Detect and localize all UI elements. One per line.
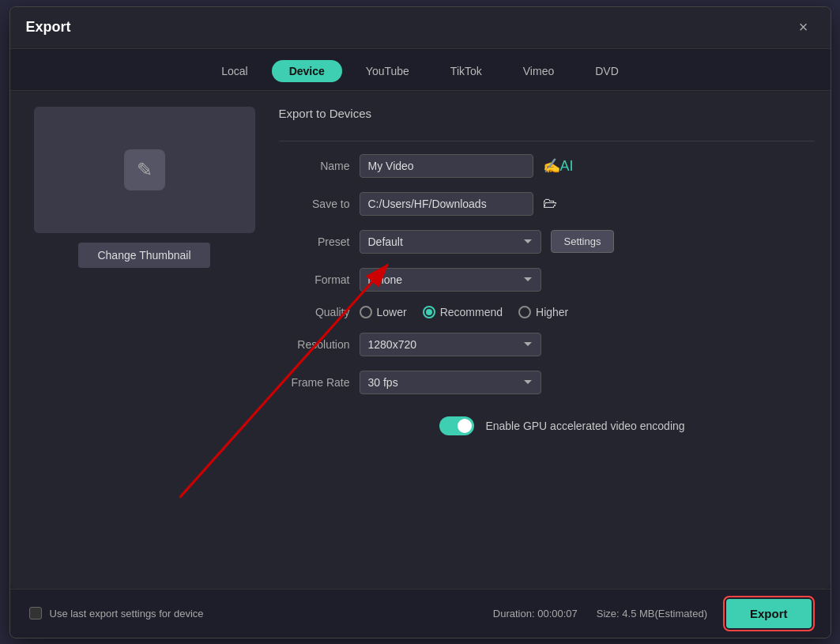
dialog-title: Export xyxy=(26,19,71,36)
close-button[interactable]: × xyxy=(793,17,815,39)
last-settings-checkbox[interactable] xyxy=(29,607,42,620)
name-row: Name ✍AI xyxy=(279,154,815,178)
size-value: 4.5 MB(Estimated) xyxy=(622,608,707,620)
quality-row: Quality Lower Recommend Higher xyxy=(279,306,815,318)
quality-lower-label: Lower xyxy=(377,306,407,318)
frame-rate-select[interactable]: 30 fps xyxy=(360,371,541,394)
preset-label: Preset xyxy=(279,235,350,248)
divider xyxy=(279,141,815,141)
gpu-toggle[interactable] xyxy=(439,416,474,435)
size-label: Size: xyxy=(597,608,620,620)
settings-button[interactable]: Settings xyxy=(551,230,615,253)
tab-youtube[interactable]: YouTube xyxy=(348,60,427,82)
save-to-input[interactable] xyxy=(360,192,533,216)
gpu-label: Enable GPU accelerated video encoding xyxy=(485,420,684,432)
format-select[interactable]: iPhone xyxy=(360,268,541,292)
resolution-label: Resolution xyxy=(279,338,350,351)
quality-recommend-radio[interactable] xyxy=(423,306,435,318)
dialog-overlay: Export × Local Device YouTube TikTok Vim… xyxy=(0,0,840,644)
tab-local[interactable]: Local xyxy=(204,60,265,82)
save-to-label: Save to xyxy=(279,198,350,210)
footer-left: Use last export settings for device xyxy=(29,607,204,620)
dialog-header: Export × xyxy=(10,7,831,49)
quality-higher[interactable]: Higher xyxy=(518,306,568,318)
quality-lower[interactable]: Lower xyxy=(360,306,407,318)
ai-icon[interactable]: ✍AI xyxy=(543,157,574,175)
tab-vimeo[interactable]: Vimeo xyxy=(506,60,571,82)
format-row: Format iPhone xyxy=(279,268,815,292)
thumbnail-preview: ✎ xyxy=(34,107,255,233)
tab-tiktok[interactable]: TikTok xyxy=(433,60,499,82)
quality-options: Lower Recommend Higher xyxy=(360,306,569,318)
frame-rate-row: Frame Rate 30 fps xyxy=(279,371,815,394)
quality-lower-radio[interactable] xyxy=(360,306,372,318)
edit-icon: ✎ xyxy=(137,159,153,181)
export-dialog: Export × Local Device YouTube TikTok Vim… xyxy=(9,6,831,638)
quality-recommend-label: Recommend xyxy=(440,306,503,318)
section-title: Export to Devices xyxy=(279,107,815,120)
folder-icon[interactable]: 🗁 xyxy=(543,195,557,212)
dialog-body: ✎ Change Thumbnail Export to Devices Nam… xyxy=(10,91,831,589)
tab-dvd[interactable]: DVD xyxy=(578,60,636,82)
quality-higher-radio[interactable] xyxy=(518,306,531,318)
dialog-footer: Use last export settings for device Dura… xyxy=(10,589,831,638)
last-settings-label: Use last export settings for device xyxy=(50,608,204,620)
preset-row: Preset Default Settings xyxy=(279,230,815,254)
quality-higher-label: Higher xyxy=(536,306,568,318)
thumbnail-panel: ✎ Change Thumbnail xyxy=(26,107,263,573)
resolution-row: Resolution 1280x720 xyxy=(279,333,815,356)
name-label: Name xyxy=(279,160,350,172)
save-to-row: Save to 🗁 xyxy=(279,192,815,216)
frame-rate-label: Frame Rate xyxy=(279,376,350,389)
size-info: Size: 4.5 MB(Estimated) xyxy=(597,608,707,620)
settings-panel: Export to Devices Name ✍AI Save to 🗁 Pre… xyxy=(279,107,815,573)
preset-select[interactable]: Default xyxy=(360,230,541,254)
duration-value: 00:00:07 xyxy=(537,608,578,620)
resolution-select[interactable]: 1280x720 xyxy=(360,333,541,356)
quality-recommend[interactable]: Recommend xyxy=(423,306,503,318)
export-button[interactable]: Export xyxy=(726,599,812,628)
gpu-row: Enable GPU accelerated video encoding xyxy=(279,416,815,435)
footer-right: Duration: 00:00:07 Size: 4.5 MB(Estimate… xyxy=(493,599,812,628)
tab-device[interactable]: Device xyxy=(272,60,342,82)
quality-label: Quality xyxy=(279,306,350,318)
tabs-bar: Local Device YouTube TikTok Vimeo DVD xyxy=(10,49,831,91)
name-input[interactable] xyxy=(360,154,533,178)
format-label: Format xyxy=(279,273,350,286)
change-thumbnail-button[interactable]: Change Thumbnail xyxy=(78,243,209,268)
thumbnail-icon: ✎ xyxy=(124,149,165,190)
duration-label: Duration: xyxy=(493,608,535,620)
duration-info: Duration: 00:00:07 xyxy=(493,608,578,620)
